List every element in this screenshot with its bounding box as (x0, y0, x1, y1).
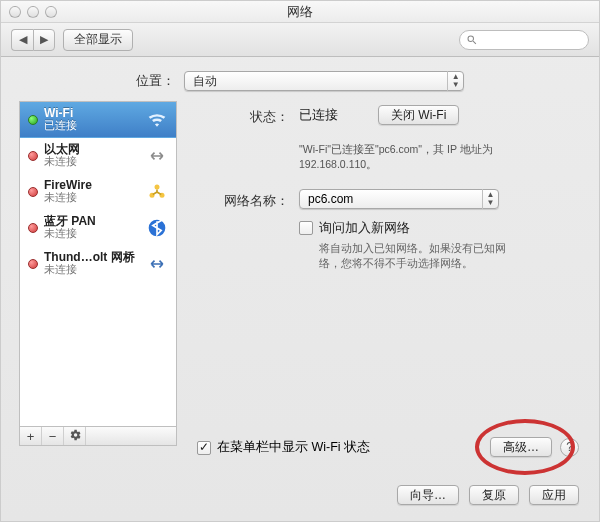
location-label: 位置： (136, 73, 175, 88)
sidebar-item-wifi[interactable]: Wi-Fi 已连接 (20, 102, 176, 138)
sidebar-item-ethernet[interactable]: 以太网 未连接 (20, 138, 176, 174)
minimize-traffic-light[interactable] (27, 6, 39, 18)
revert-label: 复原 (482, 487, 506, 504)
zoom-traffic-light[interactable] (45, 6, 57, 18)
turn-off-wifi-button[interactable]: 关闭 Wi-Fi (378, 105, 459, 125)
wifi-icon (146, 109, 168, 131)
window-footer: 向导… 复原 应用 (397, 485, 579, 505)
location-popup[interactable]: 自动 ▲▼ (184, 71, 464, 91)
show-all-label: 全部显示 (74, 31, 122, 48)
ask-join-label: 询问加入新网络 (319, 220, 519, 237)
search-icon (466, 34, 478, 46)
window-title: 网络 (1, 3, 599, 21)
detail-panel: 状态： 已连接 关闭 Wi-Fi "Wi-Fi"已连接至"pc6.com"，其 … (191, 101, 581, 446)
forward-button[interactable]: ▶ (33, 29, 55, 51)
updown-icon: ▲▼ (447, 71, 463, 91)
close-traffic-light[interactable] (9, 6, 21, 18)
status-value: 已连接 (299, 106, 338, 124)
advanced-button[interactable]: 高级… (490, 437, 552, 457)
sidebar-item-firewire[interactable]: FireWire 未连接 (20, 174, 176, 210)
show-menubar-label: 在菜单栏中显示 Wi-Fi 状态 (217, 439, 370, 456)
status-dot (28, 259, 38, 269)
interface-options-button[interactable] (64, 427, 86, 445)
wizard-button[interactable]: 向导… (397, 485, 459, 505)
show-all-button[interactable]: 全部显示 (63, 29, 133, 51)
sidebar-item-status: 未连接 (44, 192, 146, 204)
interface-sidebar: Wi-Fi 已连接 以太网 未连接 (19, 101, 177, 426)
ethernet-icon (146, 145, 168, 167)
location-row: 位置： 自动 ▲▼ (1, 57, 599, 101)
ask-join-description: 将自动加入已知网络。如果没有已知网络，您将不得不手动选择网络。 (319, 241, 519, 270)
bluetooth-icon (146, 217, 168, 239)
status-dot (28, 187, 38, 197)
status-label: 状态： (191, 105, 299, 126)
network-name-label: 网络名称： (191, 189, 299, 210)
back-button[interactable]: ◀ (11, 29, 33, 51)
revert-button[interactable]: 复原 (469, 485, 519, 505)
status-dot (28, 115, 38, 125)
location-value: 自动 (185, 73, 225, 90)
gear-icon (68, 428, 82, 445)
apply-button[interactable]: 应用 (529, 485, 579, 505)
firewire-icon (146, 181, 168, 203)
sidebar-item-status: 未连接 (44, 156, 146, 168)
help-button[interactable]: ? (560, 438, 579, 457)
updown-icon: ▲▼ (482, 189, 498, 209)
title-bar: 网络 (1, 1, 599, 23)
sidebar-item-bluetooth[interactable]: 蓝牙 PAN 未连接 (20, 210, 176, 246)
apply-label: 应用 (542, 487, 566, 504)
toolbar: ◀ ▶ 全部显示 (1, 23, 599, 57)
remove-interface-button[interactable]: − (42, 427, 64, 445)
status-dot (28, 151, 38, 161)
chevron-right-icon: ▶ (40, 33, 48, 46)
sidebar-item-status: 未连接 (44, 228, 146, 240)
status-dot (28, 223, 38, 233)
turn-off-wifi-label: 关闭 Wi-Fi (391, 107, 446, 124)
chevron-left-icon: ◀ (19, 33, 27, 46)
sidebar-item-status: 已连接 (44, 120, 146, 132)
add-interface-button[interactable]: + (20, 427, 42, 445)
show-menubar-checkbox[interactable] (197, 441, 211, 455)
search-input[interactable] (459, 30, 589, 50)
sidebar-item-status: 未连接 (44, 264, 146, 276)
svg-point-0 (155, 184, 160, 189)
sidebar-item-thunderbolt[interactable]: Thund…olt 网桥 未连接 (20, 246, 176, 282)
ask-join-checkbox[interactable] (299, 221, 313, 235)
advanced-button-label: 高级… (503, 439, 539, 456)
status-description: "Wi-Fi"已连接至"pc6.com"，其 IP 地址为 192.168.0.… (299, 142, 519, 171)
thunderbolt-icon (146, 253, 168, 275)
sidebar-toolbar: + − (19, 426, 177, 446)
network-name-value: pc6.com (300, 192, 361, 206)
network-name-popup[interactable]: pc6.com ▲▼ (299, 189, 499, 209)
wizard-label: 向导… (410, 487, 446, 504)
